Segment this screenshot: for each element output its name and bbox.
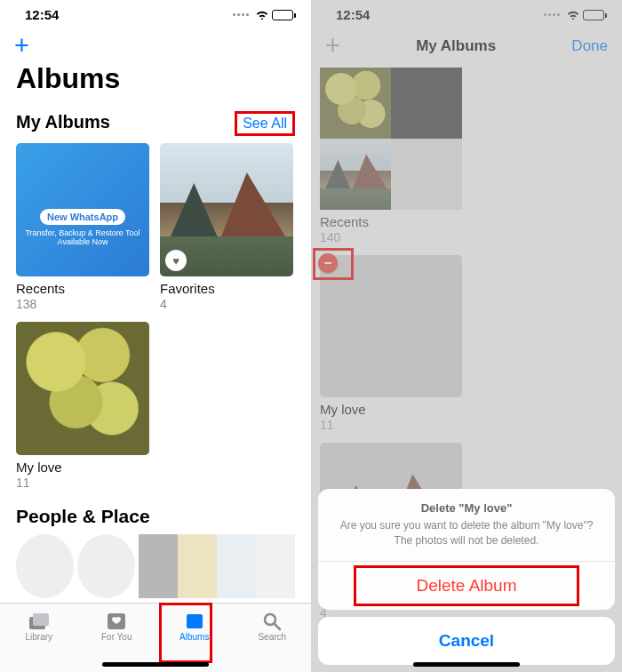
tab-search[interactable]: Search (234, 604, 312, 672)
album-count: 11 (16, 476, 149, 490)
wifi-icon (255, 8, 269, 22)
album-name: Recents (320, 214, 462, 229)
person-avatar[interactable] (77, 534, 135, 598)
my-albums-edit-screen: 12:54 + My Albums Done Recents 140 (311, 0, 622, 672)
album-count: 140 (320, 230, 462, 244)
highlight-delete-album (354, 565, 579, 606)
nav-bar: + My Albums Done (311, 24, 622, 68)
album-thumb-recents (320, 68, 462, 210)
status-icons (544, 8, 604, 22)
album-recents[interactable]: Recents 140 (320, 68, 462, 244)
album-thumb-recents: New WhatsApp Transfer, Backup & Restore … (16, 143, 149, 276)
album-thumb-favorites: ♥ (160, 143, 293, 276)
albums-screen: 12:54 + Albums My Albums See All New Wha… (0, 0, 311, 672)
tab-library[interactable]: Library (0, 604, 78, 672)
album-thumb-mylove (16, 322, 149, 455)
status-icons (233, 8, 293, 22)
battery-icon (583, 10, 604, 20)
album-count: 138 (16, 297, 149, 311)
home-indicator[interactable] (102, 662, 209, 667)
tab-label: Library (25, 632, 52, 642)
add-button[interactable]: + (325, 33, 340, 59)
nav-bar: + (0, 24, 311, 62)
album-name: Recents (16, 281, 149, 296)
action-sheet-message: Are you sure you want to delete the albu… (334, 518, 599, 548)
section-title-my-albums: My Albums (16, 112, 110, 132)
status-time: 12:54 (25, 7, 59, 22)
my-albums-header: My Albums See All (0, 106, 311, 143)
battery-icon (272, 10, 293, 20)
action-sheet-card: Delete "My love" Are you sure you want t… (318, 489, 615, 610)
promo-pill: New WhatsApp (40, 209, 125, 225)
heart-icon: ♥ (165, 250, 187, 271)
nav-title: My Albums (340, 37, 571, 55)
see-all-link[interactable]: See All (243, 116, 287, 131)
person-avatar[interactable] (16, 534, 74, 598)
home-indicator[interactable] (413, 662, 520, 667)
status-bar: 12:54 (0, 0, 311, 24)
section-title-people-places: People & Place (0, 490, 311, 534)
page-title: Albums (0, 62, 311, 106)
album-mylove[interactable]: My love 11 (16, 322, 149, 490)
status-bar: 12:54 (311, 0, 622, 24)
highlight-delete-badge (313, 248, 354, 280)
promo-subtext: Transfer, Backup & Restore Tool Availabl… (21, 228, 144, 246)
svg-line-5 (275, 624, 280, 629)
places-tile[interactable] (139, 534, 295, 598)
album-count: 11 (320, 418, 462, 432)
album-name: My love (16, 460, 149, 475)
highlight-see-all: See All (235, 111, 295, 136)
tab-label: Search (258, 632, 286, 642)
album-mylove[interactable]: − My love 11 (320, 255, 462, 432)
people-places-row (0, 534, 311, 598)
albums-grid: New WhatsApp Transfer, Backup & Restore … (0, 143, 311, 490)
svg-rect-1 (33, 613, 49, 626)
album-name: My love (320, 402, 462, 417)
tab-label: For You (101, 632, 132, 642)
cancel-button[interactable]: Cancel (318, 617, 615, 665)
wifi-icon (566, 8, 580, 22)
status-time: 12:54 (336, 7, 370, 22)
for-you-icon (104, 611, 129, 632)
action-sheet-title: Delete "My love" (334, 501, 599, 515)
album-favorites[interactable]: ♥ Favorites 4 (160, 143, 293, 311)
done-button[interactable]: Done (571, 37, 608, 55)
search-icon (259, 611, 284, 632)
library-icon (27, 611, 52, 632)
album-recents[interactable]: New WhatsApp Transfer, Backup & Restore … (16, 143, 149, 311)
action-sheet: Delete "My love" Are you sure you want t… (318, 489, 615, 665)
album-count: 4 (160, 297, 293, 311)
tab-bar: Library For You Albums Search (0, 603, 311, 672)
add-button[interactable]: + (14, 33, 29, 59)
action-sheet-header: Delete "My love" Are you sure you want t… (318, 489, 615, 562)
highlight-albums-tab (159, 603, 212, 663)
album-name: Favorites (160, 281, 293, 296)
